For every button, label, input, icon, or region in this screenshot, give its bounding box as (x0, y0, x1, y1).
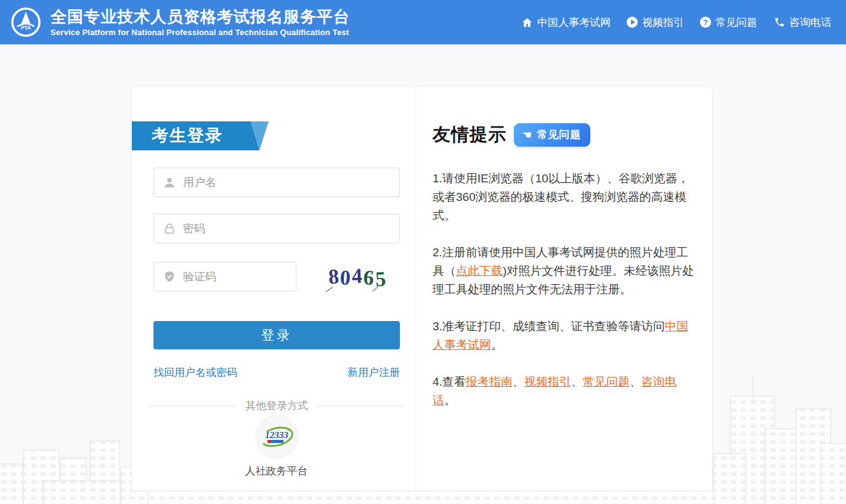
site-title-block: 全国专业技术人员资格考试报名服务平台 Service Platform for … (51, 7, 350, 37)
password-field[interactable] (153, 214, 400, 243)
header-nav: 中国人事考试网 视频指引 ? 常见问题 咨询电话 (521, 15, 831, 30)
gov-platform-12333-icon[interactable]: 12333 (254, 415, 299, 459)
tip-paragraph: 3.准考证打印、成绩查询、证书查验等请访问中国人事考试网。 (433, 317, 698, 354)
site-title: 全国专业技术人员资格考试报名服务平台 (51, 7, 350, 26)
tip-text: 。 (444, 394, 456, 407)
nav-item-label: 咨询电话 (789, 15, 831, 30)
tips-header: 友情提示 ☚ 常见问题 (433, 123, 698, 147)
nav-item-video-guide[interactable]: 视频指引 (627, 15, 684, 30)
other-login-divider: 其他登录方式 (149, 399, 404, 413)
tip-text: 1.请使用IE浏览器（10以上版本）、谷歌浏览器，或者360浏览器的极速模式、搜… (433, 172, 689, 222)
forgot-credentials-link[interactable]: 找回用户名或密码 (153, 365, 237, 380)
main-card: 考生登录 80465 登录 找回用户名或密码 新 (131, 86, 713, 491)
tip-text: 、 (513, 375, 524, 388)
captcha-image[interactable]: 80465 (320, 262, 395, 291)
login-button[interactable]: 登录 (153, 321, 400, 349)
nav-item-label: 视频指引 (642, 15, 684, 30)
question-icon: ? (700, 17, 711, 28)
pointing-hand-icon: ☚ (522, 129, 532, 140)
faq-badge-label: 常见问题 (537, 128, 581, 142)
home-icon (521, 17, 533, 28)
new-user-register-link[interactable]: 新用户注册 (348, 365, 400, 380)
nav-item-hotline[interactable]: 咨询电话 (773, 15, 831, 30)
tip-text: 3.准考证打印、成绩查询、证书查验等请访问 (433, 320, 665, 333)
tip-paragraph: 1.请使用IE浏览器（10以上版本）、谷歌浏览器，或者360浏览器的极速模式、搜… (433, 169, 698, 225)
tip-text: 。 (491, 338, 503, 351)
site-subtitle: Service Platform for National Profession… (51, 28, 350, 37)
username-field[interactable] (153, 168, 400, 197)
tip-text: 、 (571, 375, 583, 388)
tip-paragraph: 2.注册前请使用中国人事考试网提供的照片处理工具（点此下载)对照片文件进行处理。… (433, 243, 698, 299)
tip-text: 、 (630, 375, 641, 388)
login-banner-title: 考生登录 (152, 121, 223, 150)
username-input[interactable] (183, 170, 399, 195)
phone-icon (773, 17, 785, 28)
app-header: PTA 全国专业技术人员资格考试报名服务平台 Service Platform … (0, 0, 846, 44)
login-links-row: 找回用户名或密码 新用户注册 (153, 365, 400, 380)
tip-link[interactable]: 常见问题 (583, 375, 630, 388)
password-input[interactable] (183, 216, 399, 241)
tips-list: 1.请使用IE浏览器（10以上版本）、谷歌浏览器，或者360浏览器的极速模式、搜… (433, 169, 698, 410)
login-panel: 考生登录 80465 登录 找回用户名或密码 新 (132, 87, 415, 490)
captcha-field[interactable] (153, 262, 296, 291)
lock-icon (163, 222, 176, 235)
tip-paragraph: 4.查看报考指南、视频指引、常见问题、咨询电话。 (433, 373, 698, 410)
nav-item-cpta-site[interactable]: 中国人事考试网 (521, 15, 611, 30)
pta-logo-icon: PTA (10, 6, 42, 38)
tip-link[interactable]: 报考指南 (466, 375, 513, 388)
svg-text:12333: 12333 (265, 430, 288, 440)
tip-link[interactable]: 点此下载 (456, 264, 503, 277)
faq-badge-button[interactable]: ☚ 常见问题 (514, 123, 590, 147)
gov-platform-label: 人社政务平台 (132, 464, 421, 478)
nav-item-label: 常见问题 (715, 15, 757, 30)
play-icon (627, 17, 638, 28)
tips-title: 友情提示 (433, 123, 506, 147)
captcha-input[interactable] (183, 264, 326, 289)
shield-check-icon (163, 270, 176, 283)
login-banner: 考生登录 (132, 121, 269, 150)
tips-panel: 友情提示 ☚ 常见问题 1.请使用IE浏览器（10以上版本）、谷歌浏览器，或者3… (415, 87, 712, 490)
nav-item-faq[interactable]: ? 常见问题 (700, 15, 757, 30)
tip-link[interactable]: 视频指引 (524, 375, 571, 388)
other-login-divider-label: 其他登录方式 (245, 399, 308, 413)
tip-text: 4.查看 (433, 375, 466, 388)
user-icon (163, 176, 176, 189)
nav-item-label: 中国人事考试网 (537, 15, 611, 30)
svg-text:PTA: PTA (21, 25, 31, 31)
